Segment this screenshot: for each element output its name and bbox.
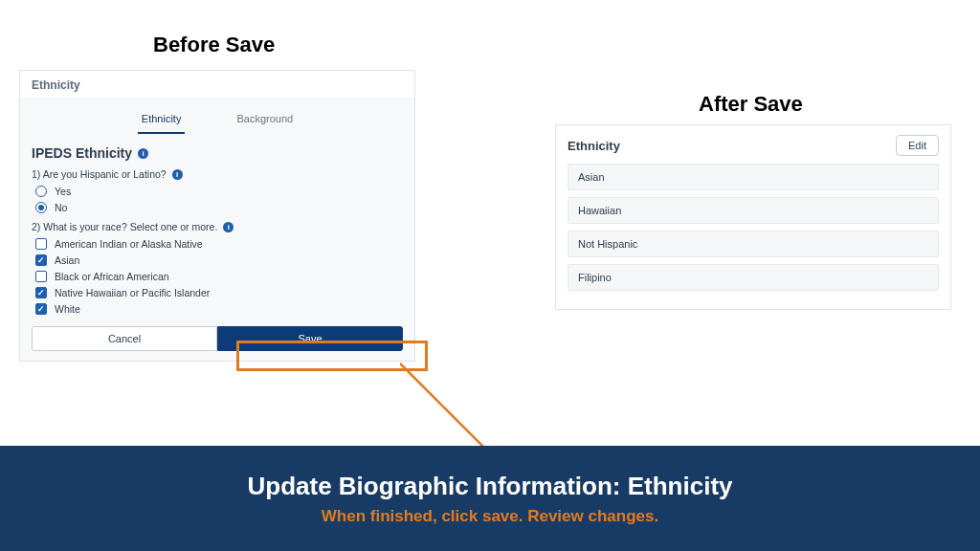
- info-icon[interactable]: i: [172, 169, 183, 180]
- check-black[interactable]: Black or African American: [35, 271, 403, 282]
- question-2-text: 2) What is your race? Select one or more…: [32, 221, 217, 232]
- question-2: 2) What is your race? Select one or more…: [32, 221, 403, 232]
- heading-after: After Save: [699, 92, 803, 117]
- checkbox-icon: [35, 238, 47, 250]
- heading-before: Before Save: [153, 33, 275, 57]
- footer-banner: Update Biographic Information: Ethnicity…: [0, 446, 980, 551]
- radio-no-label: No: [55, 202, 67, 213]
- checkbox-icon: [35, 287, 47, 298]
- radio-yes[interactable]: Yes: [35, 186, 403, 197]
- tab-background[interactable]: Background: [233, 107, 297, 134]
- question-1-text: 1) Are you Hispanic or Latino?: [32, 168, 167, 180]
- question-1: 1) Are you Hispanic or Latino? i: [32, 168, 403, 180]
- info-icon[interactable]: i: [138, 148, 148, 159]
- checkbox-icon: [35, 254, 47, 266]
- edit-button[interactable]: Edit: [896, 135, 939, 156]
- svg-line-0: [400, 364, 494, 457]
- checkbox-icon: [35, 271, 47, 282]
- panel-title: Ethnicity: [568, 139, 620, 153]
- check-asian-label: Asian: [55, 254, 79, 266]
- cancel-button[interactable]: Cancel: [32, 326, 217, 351]
- radio-no[interactable]: No: [35, 202, 403, 213]
- section-title: IPEDS Ethnicity i: [32, 145, 403, 161]
- check-white-label: White: [55, 303, 80, 315]
- section-title-text: IPEDS Ethnicity: [32, 145, 132, 161]
- check-amind-label: American Indian or Alaska Native: [55, 238, 203, 250]
- check-black-label: Black or African American: [55, 271, 169, 282]
- tabs: Ethnicity Background: [32, 98, 403, 134]
- ethnicity-edit-panel: Ethnicity Ethnicity Background IPEDS Eth…: [19, 70, 415, 362]
- panel-title: Ethnicity: [20, 71, 414, 98]
- banner-subtitle: When finished, click save. Review change…: [322, 507, 658, 526]
- radio-yes-label: Yes: [55, 186, 71, 197]
- banner-title: Update Biographic Information: Ethnicity: [247, 472, 732, 501]
- ethnicity-value: Hawaiian: [568, 197, 939, 224]
- radio-icon: [35, 202, 47, 213]
- check-nhpi-label: Native Hawaiian or Pacific Islander: [55, 287, 210, 298]
- radio-icon: [35, 186, 47, 197]
- check-white[interactable]: White: [35, 303, 403, 315]
- ethnicity-value: Filipino: [568, 264, 939, 291]
- info-icon[interactable]: i: [223, 222, 234, 232]
- tab-ethnicity[interactable]: Ethnicity: [138, 107, 186, 134]
- save-button[interactable]: Save: [217, 326, 403, 351]
- check-amind[interactable]: American Indian or Alaska Native: [35, 238, 403, 250]
- button-row: Cancel Save: [32, 326, 403, 351]
- callout-line: [400, 335, 591, 459]
- ethnicity-value: Asian: [568, 164, 939, 190]
- ethnicity-value: Not Hispanic: [568, 231, 939, 257]
- check-nhpi[interactable]: Native Hawaiian or Pacific Islander: [35, 287, 403, 298]
- check-asian[interactable]: Asian: [35, 254, 403, 266]
- ethnicity-view-panel: Ethnicity Edit Asian Hawaiian Not Hispan…: [555, 124, 951, 310]
- checkbox-icon: [35, 303, 47, 315]
